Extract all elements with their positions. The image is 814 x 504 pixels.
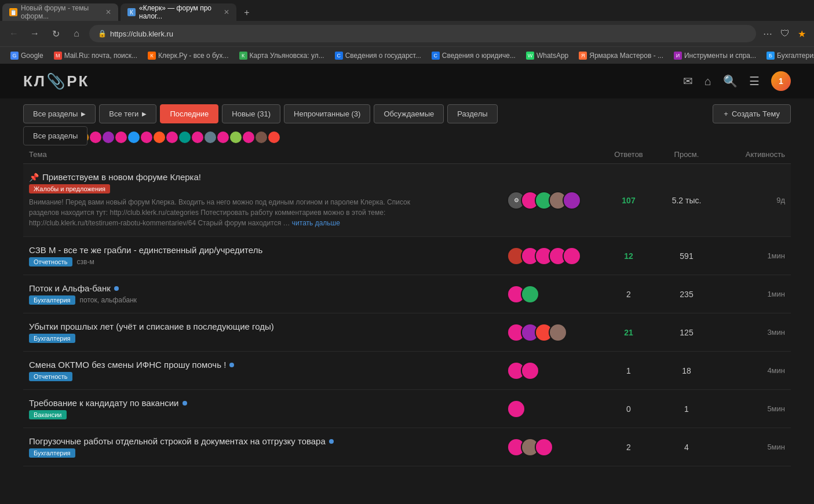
table-row[interactable]: Поток и Альфа-банк Бухгалтерия поток, ал…	[23, 275, 791, 313]
new-topics-button[interactable]: Новые (31)	[222, 104, 280, 123]
bookmark-label-google: Google	[21, 52, 43, 60]
discussed-button[interactable]: Обсуждаемые	[374, 104, 444, 123]
topic-views: 125	[658, 328, 716, 337]
forum-table: Тема Ответов Просм. Активность 📌 Приветс…	[23, 145, 791, 466]
bookmark-label-whatsapp: WhatsApp	[536, 52, 568, 60]
online-avatar	[179, 132, 191, 143]
toolbar-actions: ⋯ 🛡 ★	[761, 26, 808, 42]
table-row[interactable]: Убытки прошлых лет (учёт и списание в по…	[23, 313, 791, 352]
unread-label: Непрочитанные (3)	[294, 109, 360, 118]
sections-dropdown: Все разделы	[23, 126, 87, 145]
bookmark-favicon-klerk: К	[148, 52, 156, 60]
bookmark-button[interactable]: ★	[795, 26, 808, 42]
back-button[interactable]: ←	[6, 25, 22, 42]
topic-views: 5.2 тыс.	[658, 196, 716, 205]
bookmark-mail[interactable]: M Mail.Ru: почта, поиск...	[49, 50, 142, 61]
topic-link[interactable]: Убытки прошлых лет (учёт и списание в по…	[29, 322, 274, 331]
reload-button[interactable]: ↻	[48, 25, 64, 42]
all-sections-button[interactable]: Все разделы ▶	[23, 104, 96, 123]
bookmark-label-instr: Инструменты и спра...	[684, 52, 756, 60]
bookmark-yarma[interactable]: Я Ярмарка Мастеров - ...	[574, 50, 668, 61]
topic-content: Поток и Альфа-банк Бухгалтерия поток, ал…	[29, 283, 507, 305]
home-button[interactable]: ⌂	[68, 25, 85, 42]
bookmark-label-yarma: Ярмарка Мастеров - ...	[589, 52, 663, 60]
url-display: https://club.klerk.ru	[110, 30, 173, 38]
table-row[interactable]: 📌 Приветствуем в новом форуме Клерка! Жа…	[23, 164, 791, 237]
more-button[interactable]: ⋯	[761, 26, 775, 42]
bookmark-klerk[interactable]: К Клерк.Ру - все о бух...	[143, 50, 233, 61]
unread-topics-button[interactable]: Непрочитанные (3)	[284, 104, 370, 123]
online-bar: Online (17):	[0, 129, 814, 145]
browser-toolbar: ← → ↻ ⌂ 🔒 https://club.klerk.ru ⋯ 🛡 ★	[0, 21, 814, 46]
tab-close-1[interactable]: ✕	[105, 8, 111, 16]
bookmark-buh[interactable]: Б Бухгалтерия Онл...	[762, 50, 814, 61]
last-topics-button[interactable]: Последние	[160, 104, 218, 123]
topic-title: Смена ОКТМО без смены ИФНС прошу помочь …	[29, 360, 507, 370]
topic-avatars	[507, 361, 600, 380]
topic-views: 4	[658, 443, 716, 452]
table-row[interactable]: Смена ОКТМО без смены ИФНС прошу помочь …	[23, 352, 791, 390]
table-row[interactable]: СЗВ М - все те же грабли - единственный …	[23, 237, 791, 275]
topic-link[interactable]: СЗВ М - все те же грабли - единственный …	[29, 245, 262, 255]
tab-favicon-1: 📋	[9, 8, 17, 16]
online-avatar	[243, 132, 254, 143]
home-icon[interactable]: ⌂	[705, 75, 711, 88]
avatar	[549, 323, 567, 342]
table-row[interactable]: Требование к кандидату по вакансии Вакан…	[23, 390, 791, 428]
create-topic-button[interactable]: + Создать Тему	[713, 104, 791, 123]
new-dot	[114, 286, 119, 291]
topic-content: Убытки прошлых лет (учёт и списание в по…	[29, 322, 507, 343]
topic-tag-extra: сзв-м	[77, 258, 94, 266]
topic-link[interactable]: Поток и Альфа-банк	[29, 283, 111, 293]
topic-content: Погрузочные работы отдельной строкой в д…	[29, 436, 507, 458]
bookmark-label-gov1: Сведения о государст...	[345, 52, 421, 60]
topic-views: 235	[658, 290, 716, 299]
avatar	[535, 438, 553, 456]
avatar	[521, 361, 539, 380]
search-icon[interactable]: 🔍	[723, 74, 738, 88]
bookmark-google[interactable]: G Google	[6, 50, 48, 61]
tab-close-2[interactable]: ✕	[224, 8, 229, 16]
all-tags-button[interactable]: Все теги ▶	[99, 104, 156, 123]
online-avatar	[217, 132, 229, 143]
bookmark-favicon-map: К	[239, 52, 247, 60]
topic-link[interactable]: Приветствуем в новом форуме Клерка!	[42, 172, 201, 182]
topic-link[interactable]: Погрузочные работы отдельной строкой в д…	[29, 436, 326, 446]
topic-meta: Вакансии	[29, 410, 507, 419]
topic-tag: Бухгалтерия	[29, 448, 75, 458]
shield-button[interactable]: 🛡	[778, 26, 792, 41]
create-topic-label: Создать Тему	[732, 109, 780, 118]
topic-avatars	[507, 323, 600, 342]
topic-tag: Отчетность	[29, 257, 72, 266]
new-tab-button[interactable]: +	[239, 5, 255, 21]
topic-link[interactable]: Требование к кандидату по вакансии	[29, 398, 179, 408]
topic-tag: Жалобы и предложения	[29, 184, 110, 193]
logo[interactable]: КЛ📎РК	[23, 72, 89, 90]
lock-icon: 🔒	[98, 30, 107, 38]
table-row[interactable]: Погрузочные работы отдельной строкой в д…	[23, 428, 791, 466]
tab-klerk[interactable]: К «Клерк» — форум про налог... ✕	[121, 3, 236, 21]
read-more-link[interactable]: читать дальше	[292, 219, 340, 227]
topic-meta: Бухгалтерия	[29, 448, 507, 458]
topic-link[interactable]: Смена ОКТМО без смены ИФНС прошу помочь …	[29, 360, 226, 370]
menu-icon[interactable]: ☰	[749, 74, 760, 88]
online-avatar	[192, 132, 203, 143]
topic-answers: 12	[600, 251, 658, 261]
bookmark-gov1[interactable]: С Сведения о государст...	[330, 50, 426, 61]
bookmark-favicon-mail: M	[54, 52, 62, 60]
bookmark-whatsapp[interactable]: W WhatsApp	[521, 50, 573, 61]
address-bar[interactable]: 🔒 https://club.klerk.ru	[89, 25, 756, 42]
user-avatar[interactable]: 1	[771, 71, 791, 91]
online-avatar	[154, 132, 165, 143]
sections-button[interactable]: Разделы	[447, 104, 497, 123]
bookmark-map[interactable]: К Карта Ульяновска: ул...	[235, 50, 329, 61]
tab-label-1: Новый форум - темы оформ...	[21, 4, 101, 20]
forward-button[interactable]: →	[27, 25, 43, 42]
messages-icon[interactable]: ✉	[683, 74, 693, 88]
bookmark-gov2[interactable]: С Сведения о юридиче...	[427, 50, 520, 61]
table-header: Тема Ответов Просм. Активность	[23, 145, 791, 164]
nav-bar: Все разделы ▶ Все разделы Все теги ▶ Пос…	[0, 98, 814, 129]
tab-forum-1[interactable]: 📋 Новый форум - темы оформ... ✕	[2, 3, 118, 21]
bookmark-instr[interactable]: И Инструменты и спра...	[669, 50, 761, 61]
topic-tag: Вакансии	[29, 410, 67, 419]
